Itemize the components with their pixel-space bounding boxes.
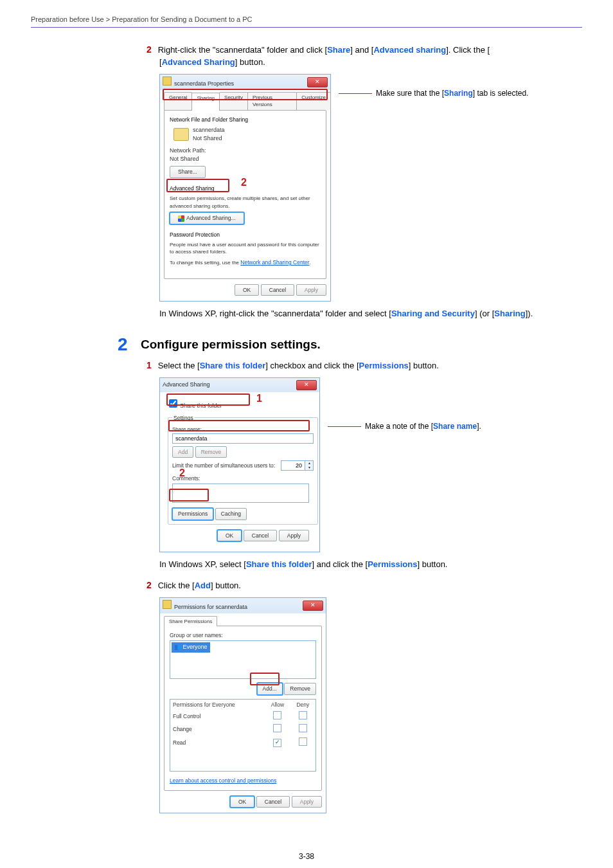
ok-button[interactable]: OK	[230, 796, 254, 808]
callout-number-2: 2	[179, 466, 185, 480]
sharing-security-ref: Sharing and Security	[391, 309, 475, 318]
sharing-ref: Sharing	[494, 309, 525, 318]
checkbox-read-deny[interactable]	[299, 737, 307, 746]
limit-spinner[interactable]: ▴▾	[281, 460, 314, 471]
table-row: Read ✓	[170, 736, 316, 749]
advanced-sharing-link: Advanced sharing	[373, 45, 446, 55]
list-item[interactable]: 👥 Everyone	[172, 642, 210, 652]
dialog-title: Advanced Sharing	[163, 381, 210, 389]
advanced-sharing-button[interactable]: Advanced Sharing...	[170, 212, 244, 224]
share-name-ref: Share name	[433, 422, 477, 431]
remove-button[interactable]: Remove	[284, 683, 316, 694]
share-button[interactable]: Share...	[170, 166, 206, 177]
leader-line	[328, 426, 361, 427]
permissions-for-label: Permissions for Everyone	[170, 699, 265, 710]
share-this-folder-label: Share this folder	[180, 402, 222, 409]
properties-dialog: scannerdata Properties ✕ General Sharing…	[159, 74, 331, 302]
step-number: 1	[147, 359, 155, 372]
folder-status: Not Shared	[193, 134, 225, 143]
apply-button[interactable]: Apply	[279, 530, 309, 541]
add-button[interactable]: Add...	[257, 683, 283, 694]
step-number: 2	[147, 43, 155, 56]
xp-note-2: In Windows XP, select [Share this folder…	[159, 559, 582, 571]
share-name-label: Share name:	[172, 426, 314, 433]
sharing-ref: Sharing	[444, 89, 473, 98]
tab-share-permissions[interactable]: Share Permissions	[164, 616, 217, 627]
callout-number-1: 1	[256, 391, 262, 406]
apply-button[interactable]: Apply	[296, 284, 326, 296]
checkbox-full-allow[interactable]	[273, 711, 281, 719]
leader-line	[339, 93, 372, 94]
step-big-number: 2	[118, 336, 141, 354]
close-icon[interactable]: ✕	[307, 77, 328, 87]
cancel-button[interactable]: Cancel	[244, 530, 277, 541]
annotation-sharing-tab: Make sure that the [Sharing] tab is sele…	[339, 88, 528, 99]
close-icon[interactable]: ✕	[303, 601, 323, 611]
cancel-button[interactable]: Cancel	[256, 796, 290, 808]
chevron-up-icon[interactable]: ▴	[305, 461, 313, 466]
table-row: Change	[170, 723, 316, 736]
titlebar: Advanced Sharing ✕	[160, 378, 319, 392]
ok-button[interactable]: OK	[235, 284, 259, 296]
permissions-ref: Permissions	[359, 361, 409, 370]
share-this-folder-ref: Share this folder	[200, 361, 266, 370]
callout-number-2: 2	[241, 175, 247, 190]
advanced-sharing-dialog: Advanced Sharing ✕ Share this folder Set…	[159, 377, 320, 552]
share-name-input[interactable]	[172, 433, 314, 444]
comments-input[interactable]	[172, 484, 309, 503]
dialog-title: scannerdata Properties	[174, 80, 234, 87]
tab-general[interactable]: General	[164, 92, 192, 110]
col-allow: Allow	[265, 699, 290, 710]
network-center-link[interactable]: Network and Sharing Center	[240, 259, 309, 266]
dialog-title: Permissions for scannerdata	[174, 604, 247, 610]
folder-icon	[173, 128, 189, 141]
learn-link[interactable]: Learn about access control and permissio…	[170, 777, 276, 784]
settings-group: Settings	[172, 414, 195, 422]
tab-sharing[interactable]: Sharing	[191, 93, 220, 111]
permissions-table: Permissions for Everyone Allow Deny Full…	[170, 699, 316, 772]
instruction-2-1: 1 Select the [Share this folder] checkbo…	[147, 359, 582, 372]
advanced-sharing-button-ref: Advanced Sharing	[162, 57, 235, 67]
chevron-down-icon[interactable]: ▾	[305, 466, 313, 470]
group-password-protection: Password Protection	[170, 231, 321, 239]
permissions-button[interactable]: Permissions	[172, 508, 213, 520]
network-path-label: Network Path:	[170, 147, 321, 155]
annotation-share-name: Make a note of the [Share name].	[328, 421, 481, 432]
shield-icon	[178, 215, 184, 222]
password-protection-desc: People must have a user account and pass…	[170, 241, 321, 256]
titlebar: scannerdata Properties ✕	[160, 75, 330, 90]
comments-label: Comments:	[172, 475, 314, 482]
permissions-ref: Permissions	[368, 559, 417, 569]
table-row: Full Control	[170, 710, 316, 723]
add-button[interactable]: Add	[172, 446, 193, 458]
user-listbox[interactable]: 👥 Everyone	[170, 640, 316, 679]
page-number: 3-38	[31, 852, 582, 861]
checkbox-read-allow[interactable]: ✓	[273, 739, 281, 747]
tab-strip: General Sharing Security Previous Versio…	[160, 90, 330, 110]
folder-name: scannerdata	[193, 126, 225, 134]
tab-security[interactable]: Security	[219, 92, 248, 110]
caching-button[interactable]: Caching	[215, 508, 247, 520]
network-path-value: Not Shared	[170, 155, 321, 163]
group-user-names-label: Group or user names:	[170, 631, 316, 639]
share-this-folder-checkbox[interactable]	[169, 399, 177, 408]
checkbox-change-deny[interactable]	[299, 724, 307, 732]
tab-customize[interactable]: Customize	[296, 92, 331, 110]
tab-previous-versions[interactable]: Previous Versions	[247, 92, 297, 110]
permissions-dialog: Permissions for scannerdata ✕ Share Perm…	[159, 597, 326, 814]
add-ref: Add	[195, 581, 211, 590]
folder-icon	[163, 77, 172, 86]
remove-button[interactable]: Remove	[195, 446, 227, 458]
col-deny: Deny	[290, 699, 316, 710]
advanced-sharing-desc: Set custom permissions, create multiple …	[170, 195, 321, 210]
limit-label: Limit the number of simultaneous users t…	[172, 462, 275, 469]
limit-value[interactable]	[281, 462, 305, 469]
share-link: Share	[327, 45, 350, 55]
checkbox-change-allow[interactable]	[273, 724, 281, 732]
checkbox-full-deny[interactable]	[299, 711, 307, 719]
close-icon[interactable]: ✕	[296, 380, 317, 390]
ok-button[interactable]: OK	[217, 530, 242, 541]
cancel-button[interactable]: Cancel	[261, 284, 294, 296]
apply-button[interactable]: Apply	[292, 796, 322, 808]
share-this-folder-ref: Share this folder	[246, 559, 312, 569]
